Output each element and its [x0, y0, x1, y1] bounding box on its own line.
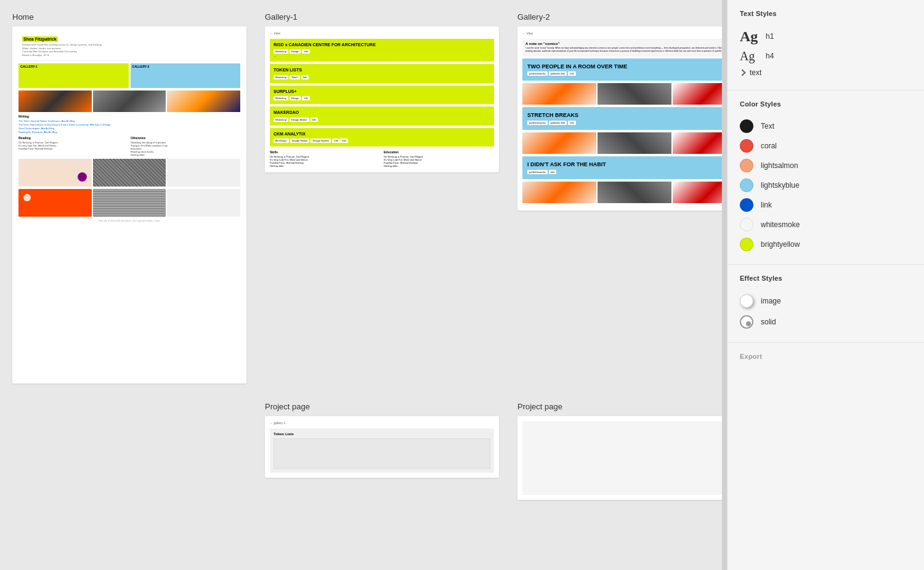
g1-ckm-title: CKM ANALYTIX	[274, 132, 490, 137]
g2-habit-tag-1: publisherworks	[527, 170, 548, 174]
home-footer: This site ♥ shea with all colors, and sp…	[18, 219, 240, 222]
home-bottom-images	[18, 159, 240, 187]
color-swatch-whitesmoke	[740, 218, 753, 231]
color-swatch-text	[740, 119, 753, 133]
g2-nav-back[interactable]: ← View	[522, 31, 533, 35]
g1-education-title: Education	[384, 150, 494, 154]
effect-styles-section: Effect Styles image solid	[727, 265, 924, 343]
g2-stretch-title: STRETCH BREAKS	[527, 112, 722, 119]
color-style-lightsalmon[interactable]: lightsalmon	[740, 156, 912, 175]
g2-art-cell-5	[598, 132, 671, 154]
g1-skills: Skills On Noticing: a Posture, Carl Roge…	[270, 150, 380, 167]
g1-tag-c4: Info → Info	[332, 138, 348, 143]
text-style-h1[interactable]: Ag h1	[740, 26, 912, 47]
g1-tag-s1: Workshop	[274, 96, 288, 100]
color-style-link[interactable]: link	[740, 195, 912, 215]
g2-art-cell-3	[673, 83, 722, 105]
effect-swatch-image	[740, 294, 753, 308]
g1-makerdao-title: MAKERDAO	[274, 110, 490, 115]
g2-hero-tags: publisherworks publisher-link Info	[527, 71, 722, 76]
g1-tag-2: Design	[290, 49, 301, 54]
frame-project1: Project page ← gallery-1 Token Lists	[265, 402, 499, 500]
frame-card-project1: ← gallery-1 Token Lists	[265, 416, 499, 478]
g2-art-cell-8	[598, 182, 671, 203]
right-panel: Text Styles Ag h1 Ag h4 text Color Style…	[727, 0, 924, 570]
home-gallery-row: GALLERY-1 GALLERY-2	[18, 63, 240, 88]
frame-project2: Project page	[517, 402, 722, 500]
art-cell-2	[93, 90, 166, 112]
color-styles-title: Color Styles	[740, 100, 912, 108]
frame-label-gallery1: Gallery-1	[265, 12, 499, 22]
home-bottom-images-2	[18, 189, 240, 217]
g1-tag-t2: Token	[290, 75, 300, 79]
g2-art-cell-9	[673, 182, 722, 203]
effect-style-image[interactable]: image	[740, 291, 912, 311]
proj1-nav-back[interactable]: ← gallery-1	[270, 421, 286, 425]
color-name-lightsalmon: lightsalmon	[761, 161, 798, 170]
h4-preview: Ag	[740, 50, 760, 62]
g2-art-cell-6	[673, 132, 722, 154]
export-title: Export	[740, 353, 912, 360]
g1-nav: ← View	[270, 31, 494, 35]
color-styles-section: Color Styles Text coral lightsalmon ligh…	[727, 90, 924, 265]
color-style-whitesmoke[interactable]: whitesmoke	[740, 215, 912, 235]
proj1-nav: ← gallery-1	[270, 421, 494, 425]
frame-home: Home Shea Fitzpatrick Independent resear…	[12, 12, 246, 383]
otherwise-content: Sketching the dying of a product Trying …	[131, 141, 240, 156]
g2-hero-stretch: STRETCH BREAKS publisherworks publisher-…	[522, 107, 722, 130]
g2-stretch-tag-1: publisherworks	[527, 121, 548, 125]
color-style-brightyellow[interactable]: brightyellow	[740, 235, 912, 254]
g2-art-row-1	[522, 83, 722, 105]
chevron-right-icon	[739, 69, 745, 76]
h4-name: h4	[766, 52, 774, 60]
writing-link-4[interactable]: Reading for Research. Aka An Blog	[18, 130, 240, 134]
frame-card-gallery1: ← View RISD x CANADIEN CENTRE FOR ARCHIT…	[265, 26, 499, 172]
g1-token-title: TOKEN LISTS	[274, 68, 490, 73]
g2-nav: ← View	[522, 31, 722, 35]
g1-tag-t1: Workshop	[274, 75, 288, 79]
color-swatch-link	[740, 198, 753, 212]
proj1-title: Token Lists	[274, 432, 490, 436]
h1-ag-label: Ag	[740, 29, 758, 44]
bottom-img-2	[93, 159, 166, 187]
g2-stretch-tag-3: Info	[568, 121, 576, 125]
g1-token-tags: Workshop Token Info	[274, 75, 490, 79]
color-style-text[interactable]: Text	[740, 116, 912, 136]
reading-title: Reading	[18, 136, 128, 140]
g2-habit-tags: publisherworks Info	[527, 170, 722, 174]
g2-tag-2: publisher-link	[549, 71, 567, 76]
text-style-text[interactable]: text	[740, 65, 912, 80]
color-name-coral: coral	[761, 142, 777, 150]
canvas-area: Home Shea Fitzpatrick Independent resear…	[0, 0, 722, 570]
writing-link-3[interactable]: Good Technologies. Aka An Blog	[18, 127, 240, 130]
text-style-h4[interactable]: Ag h4	[740, 47, 912, 65]
g1-nav-back[interactable]: ← View	[270, 31, 280, 35]
bottom-img-6	[167, 189, 240, 217]
g2-hero-habit: I DIDN'T ASK FOR THE HABIT publisherwork…	[522, 156, 722, 179]
g1-risd-tags: Workshop Design Info	[274, 49, 490, 54]
gallery-thumb-1: GALLERY-1	[18, 63, 129, 88]
g2-note-title: A note on "comics"	[525, 42, 722, 46]
two-col-section: Reading On Noticing: a Posture, Carl Rog…	[18, 136, 240, 156]
g1-education-content: On Noticing: a Posture, Carl RogersIt's …	[384, 155, 494, 167]
color-name-text: Text	[761, 122, 774, 130]
writing-link-2[interactable]: The Inner Side Interest is Very Easy to …	[18, 123, 240, 126]
frame-gallery2: Gallery-2 ← View A note on "comics" I us…	[517, 12, 722, 383]
color-style-coral[interactable]: coral	[740, 136, 912, 156]
gallery-thumb-2: GALLERY-2	[131, 63, 241, 88]
g2-habit-title: I DIDN'T ASK FOR THE HABIT	[527, 161, 722, 168]
g2-habit-tag-2: Info	[549, 170, 557, 174]
gallery-label-2: GALLERY-2	[131, 63, 241, 70]
g1-tag-c2: Design Sticker	[290, 138, 310, 143]
writing-title: Writing	[18, 114, 240, 118]
effect-style-solid[interactable]: solid	[740, 311, 912, 332]
g1-card-surplus: SURPLUS+ Workshop Design Info	[270, 86, 494, 104]
color-name-brightyellow: brightyellow	[761, 240, 800, 249]
frame-card-gallery2: ← View A note on "comics" I use the word…	[517, 26, 722, 211]
writing-link-1[interactable]: The Token Imperial Striver Confession. A…	[18, 119, 240, 122]
home-frame-content: Shea Fitzpatrick Independent researcher …	[12, 26, 246, 383]
g2-art-cell-7	[522, 182, 596, 203]
gallery-label-1: GALLERY-1	[18, 63, 129, 70]
color-style-lightskyblue[interactable]: lightskyblue	[740, 175, 912, 195]
frame-label-gallery2: Gallery-2	[517, 12, 722, 22]
